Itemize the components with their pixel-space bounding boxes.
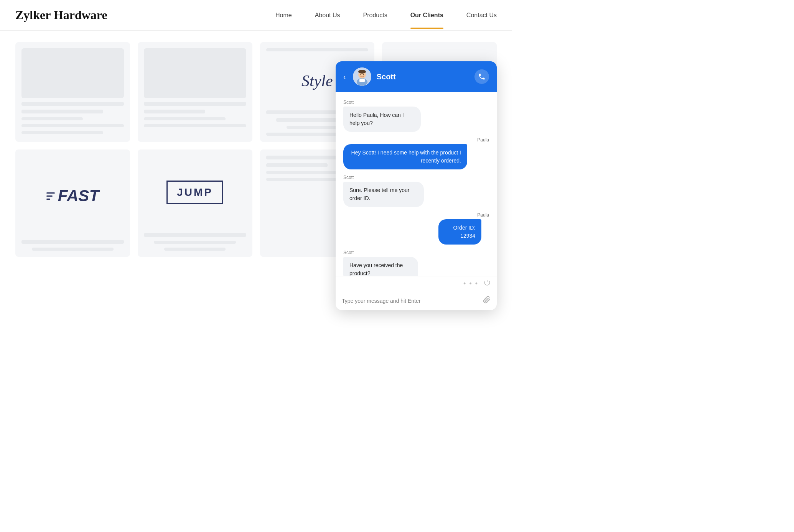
- msg-bubble-5: Have you received the product?: [343, 257, 418, 276]
- message-2: Paula Hey Scott! I need some help with t…: [343, 137, 489, 169]
- skeleton-card-2: [138, 42, 252, 142]
- logo-card-fast: FAST: [15, 149, 130, 257]
- chat-body: Scott Hello Paula, How can I help you? P…: [336, 92, 497, 276]
- fast-line-2: [46, 195, 53, 197]
- skeleton-line-1c: [21, 117, 83, 120]
- jump-bottom-line3: [164, 248, 226, 251]
- nav-home-link[interactable]: Home: [275, 12, 292, 18]
- chat-input-area: [336, 291, 497, 310]
- style-top-line: [266, 48, 369, 51]
- skeleton-line-2d: [144, 124, 246, 127]
- msg-sender-2: Paula: [343, 137, 489, 143]
- power-icon: [484, 279, 491, 286]
- skeleton-line-2a: [144, 102, 246, 106]
- skeleton-line-1b: [21, 110, 103, 113]
- fast-line-1: [46, 192, 55, 194]
- msg-bubble-2: Hey Scott! I need some help with the pro…: [343, 144, 467, 169]
- msg-bubble-4: Order ID: 12934: [438, 219, 482, 245]
- fast-line-3: [46, 199, 50, 200]
- navbar: Zylker Hardware Home About Us Products O…: [0, 0, 512, 31]
- msg-sender-3: Scott: [343, 175, 438, 180]
- fast-bottom-line1: [21, 240, 124, 244]
- nav-products[interactable]: Products: [363, 12, 387, 19]
- msg-bubble-1: Hello Paula, How can I help you?: [343, 107, 421, 132]
- chat-header: ‹ Scott: [336, 61, 497, 92]
- skeleton-line-1d: [21, 124, 124, 127]
- chat-avatar: [353, 67, 371, 86]
- message-5: Scott Have you received the product?: [343, 250, 432, 276]
- nav-clients[interactable]: Our Clients: [410, 12, 443, 19]
- nav-about[interactable]: About Us: [315, 12, 340, 19]
- brand-logo: Zylker Hardware: [15, 8, 107, 22]
- svg-point-6: [363, 74, 364, 75]
- skeleton-line-1a: [21, 102, 124, 106]
- skeleton-line-2b: [144, 110, 205, 113]
- msg-sender-5: Scott: [343, 250, 432, 255]
- nav-contact[interactable]: Contact Us: [466, 12, 497, 19]
- paperclip-icon: [483, 296, 491, 304]
- chat-more-options-button[interactable]: • • •: [463, 280, 478, 288]
- skeleton-card-1: [15, 42, 130, 142]
- message-4: Paula Order ID: 12934: [438, 212, 489, 245]
- avatar-svg: [353, 67, 371, 86]
- fast-speed-lines: [46, 192, 55, 200]
- svg-rect-4: [359, 79, 365, 82]
- chat-attach-button[interactable]: [483, 296, 491, 305]
- skeleton-img-1: [21, 48, 124, 98]
- message-1: Scott Hello Paula, How can I help you?: [343, 100, 435, 132]
- jump-bottom-line1: [144, 233, 246, 237]
- fast-bottom-line2: [32, 248, 114, 251]
- jump-bottom-line2: [154, 241, 236, 244]
- style-logo-text: Style: [301, 72, 333, 90]
- chat-power-button[interactable]: [484, 279, 491, 288]
- message-3: Scott Sure. Please tell me your order ID…: [343, 175, 438, 207]
- chat-back-button[interactable]: ‹: [343, 72, 346, 81]
- chat-agent-name-label: Scott: [377, 72, 469, 81]
- nav-home[interactable]: Home: [275, 12, 292, 19]
- nav-clients-link[interactable]: Our Clients: [410, 12, 443, 18]
- svg-point-5: [360, 74, 361, 75]
- skeleton-line-7b: [266, 163, 328, 167]
- page-content: Style blob: [0, 31, 512, 264]
- msg-sender-4: Paula: [438, 212, 489, 218]
- fast-logo: FAST: [46, 187, 99, 205]
- nav-products-link[interactable]: Products: [363, 12, 387, 18]
- chat-footer-bar: • • •: [336, 276, 497, 291]
- chat-message-input[interactable]: [342, 298, 479, 304]
- skeleton-line-2c: [144, 117, 226, 120]
- fast-text: FAST: [58, 187, 99, 205]
- chat-widget: ‹ Scott: [336, 61, 497, 310]
- msg-sender-1: Scott: [343, 100, 435, 105]
- svg-point-3: [358, 70, 366, 74]
- chat-phone-button[interactable]: [474, 69, 489, 84]
- msg-bubble-3: Sure. Please tell me your order ID.: [343, 182, 424, 207]
- nav-about-link[interactable]: About Us: [315, 12, 340, 18]
- nav-contact-link[interactable]: Contact Us: [466, 12, 497, 18]
- jump-logo-text: JUMP: [166, 181, 223, 204]
- skeleton-line-1e: [21, 131, 103, 134]
- skeleton-img-2: [144, 48, 246, 98]
- phone-icon: [478, 73, 486, 80]
- nav-links: Home About Us Products Our Clients Conta…: [275, 12, 497, 19]
- logo-card-jump: JUMP: [138, 149, 252, 257]
